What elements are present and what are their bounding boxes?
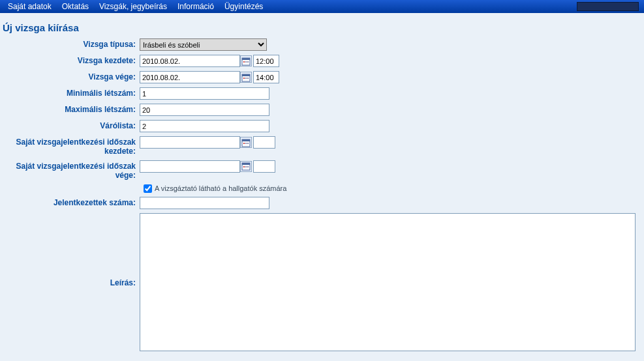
calendar-icon[interactable] (240, 55, 252, 66)
own-period-end-time-input[interactable] (253, 160, 275, 173)
own-period-start-date-input[interactable] (140, 136, 240, 149)
svg-rect-17 (243, 166, 245, 167)
label-end: Vizsga vége: (3, 71, 140, 81)
menu-item-sajat-adatok[interactable]: Saját adatok (3, 0, 57, 13)
end-date-input[interactable] (140, 71, 240, 83)
svg-rect-19 (247, 166, 249, 167)
svg-rect-11 (242, 139, 250, 141)
applicants-input[interactable] (140, 197, 269, 209)
description-textarea[interactable] (140, 213, 636, 351)
svg-rect-7 (243, 78, 245, 79)
calendar-icon[interactable] (240, 137, 252, 148)
svg-rect-8 (245, 78, 247, 79)
max-count-input[interactable] (140, 104, 269, 116)
corner-widget[interactable] (577, 2, 639, 11)
visible-examiner-checkbox[interactable] (144, 184, 152, 193)
calendar-icon[interactable] (240, 161, 252, 172)
visible-examiner-label: A vizsgáztató látható a hallgatók számár… (155, 184, 286, 192)
waitlist-input[interactable] (140, 120, 269, 132)
start-date-input[interactable] (140, 55, 240, 67)
label-type: Vizsga típusa: (3, 38, 140, 49)
menu-item-vizsgak[interactable]: Vizsgák, jegybeírás (94, 0, 172, 13)
label-max: Maximális létszám: (3, 104, 140, 114)
menubar: Saját adatok Oktatás Vizsgák, jegybeírás… (0, 0, 644, 13)
svg-rect-3 (245, 61, 247, 63)
svg-rect-18 (245, 166, 247, 167)
own-period-end-date-input[interactable] (140, 160, 240, 173)
svg-rect-13 (245, 143, 247, 144)
start-time-input[interactable] (253, 55, 279, 67)
svg-rect-6 (242, 74, 250, 76)
svg-rect-12 (243, 143, 245, 144)
svg-rect-1 (242, 58, 250, 60)
page-title: Új vizsga kiírása (0, 13, 644, 38)
label-waitlist: Várólista: (3, 120, 140, 130)
svg-rect-16 (242, 163, 250, 165)
svg-rect-14 (247, 143, 249, 144)
label-min: Minimális létszám: (3, 87, 140, 98)
label-description: Leírás: (3, 213, 140, 287)
menu-item-informacio[interactable]: Információ (172, 0, 219, 13)
menu-item-oktatas[interactable]: Oktatás (57, 0, 94, 13)
menu-item-ugyintezes[interactable]: Ügyintézés (219, 0, 268, 13)
svg-rect-9 (247, 78, 249, 79)
label-own-period-start: Saját vizsgajelentkezési időszak kezdete… (3, 136, 140, 156)
label-start: Vizsga kezdete: (3, 55, 140, 65)
calendar-icon[interactable] (240, 72, 252, 83)
menu-items: Saját adatok Oktatás Vizsgák, jegybeírás… (3, 0, 268, 13)
svg-rect-4 (247, 61, 249, 63)
label-own-period-end: Saját vizsgajelentkezési időszak vége: (3, 160, 140, 180)
select-type[interactable]: Irásbeli és szóbeli (140, 38, 267, 51)
end-time-input[interactable] (253, 71, 279, 83)
min-count-input[interactable] (140, 87, 269, 100)
form-area: Vizsga típusa: Irásbeli és szóbeli Vizsg… (0, 38, 644, 351)
label-applicants: Jelentkezettek száma: (3, 197, 140, 207)
svg-rect-2 (243, 61, 245, 63)
own-period-start-time-input[interactable] (253, 136, 275, 149)
